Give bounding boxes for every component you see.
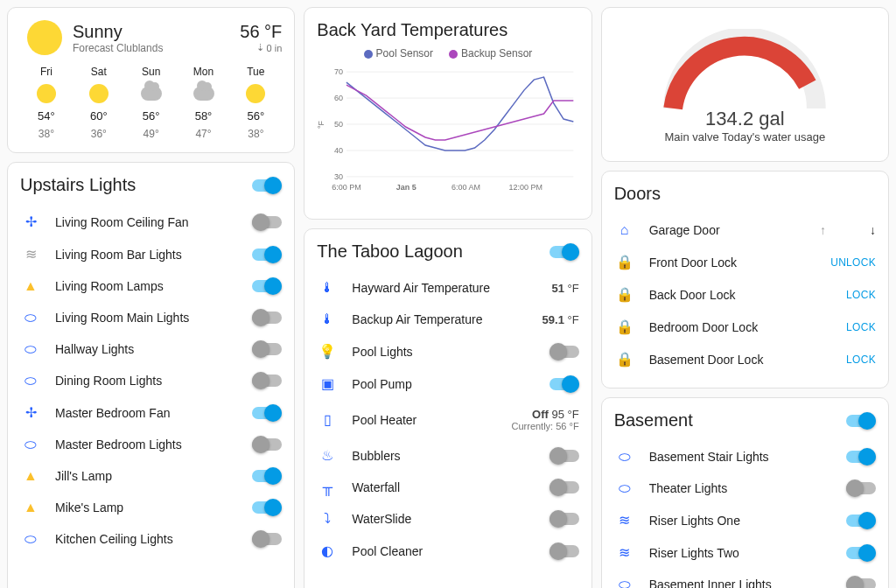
item-label: Mike's Lamp — [55, 500, 252, 514]
garage-icon: ⌂ — [614, 222, 635, 238]
weather-location: Forecast Clublands — [73, 42, 240, 54]
toggle[interactable] — [550, 545, 579, 557]
list-item: ≋ Riser Lights Two — [614, 536, 876, 569]
master-toggle[interactable] — [550, 246, 579, 258]
toggle[interactable] — [252, 280, 282, 292]
list-item: ▲ Living Room Lamps — [20, 270, 282, 302]
item-label: WaterSlide — [352, 512, 549, 526]
list-item: ⌂ Garage Door ↑ ↓ — [614, 214, 876, 246]
lock-icon: 🔒 — [614, 254, 635, 270]
item-label: Living Room Main Lights — [55, 311, 252, 325]
forecast-day: Mon 58° 47° — [193, 66, 214, 140]
light-icon: ⬭ — [20, 373, 41, 388]
toggle[interactable] — [846, 451, 876, 463]
card-title: Doors — [614, 184, 661, 204]
list-item: ⤵ WaterSlide — [317, 503, 578, 535]
light-icon: ⬭ — [20, 341, 41, 357]
item-label: Master Bedroom Lights — [55, 438, 252, 452]
toggle[interactable] — [846, 514, 876, 527]
list-item: ⬭ Basement Inner Lights — [614, 569, 876, 588]
door-action[interactable]: LOCK — [846, 321, 876, 333]
item-value: Off 95 °FCurrently: 56 °F — [512, 408, 579, 431]
light-icon: ⬭ — [20, 531, 41, 547]
toggle[interactable] — [846, 547, 876, 559]
toggle[interactable] — [252, 438, 282, 451]
toggle[interactable] — [846, 482, 876, 494]
door-action[interactable]: LOCK — [846, 354, 876, 366]
item-label: Pool Lights — [352, 345, 549, 359]
lock-icon: 🔒 — [614, 318, 635, 335]
day-high: 54° — [38, 109, 55, 122]
waterfall-icon: ╥ — [317, 480, 338, 495]
item-label: Garage Door — [649, 223, 820, 237]
toggle[interactable] — [252, 470, 282, 482]
precip-icon: ⇣ — [256, 42, 264, 53]
toggle[interactable] — [550, 450, 579, 462]
list-item: ♨ Bubblers — [317, 439, 578, 472]
item-label: Bubblers — [352, 449, 549, 463]
toggle[interactable] — [252, 501, 282, 514]
forecast-row: Fri 54° 38° Sat 60° 36° Sun 56° 49° Mon … — [20, 66, 282, 140]
lamp-icon: ▲ — [20, 278, 41, 294]
item-label: Riser Lights One — [649, 514, 846, 528]
temperature-chart: 3040506070°F6:00 PMJan 56:00 AM12:00 PM — [317, 63, 578, 203]
fan-icon: ✢ — [20, 404, 41, 421]
riser-icon: ≋ — [614, 544, 635, 561]
list-item: 🔒 Bedroom Door Lock LOCK — [614, 311, 876, 343]
day-label: Tue — [247, 66, 264, 78]
svg-text:°F: °F — [317, 120, 326, 129]
item-label: Living Room Bar Lights — [55, 248, 252, 262]
toggle[interactable] — [550, 513, 579, 525]
toggle[interactable] — [252, 312, 282, 324]
item-value: 51 °F — [551, 282, 578, 295]
card-title: The Taboo Lagoon — [317, 242, 462, 262]
weather-condition: Sunny — [73, 22, 240, 42]
toggle[interactable] — [252, 374, 282, 387]
toggle[interactable] — [252, 533, 282, 545]
svg-text:40: 40 — [334, 146, 343, 155]
toggle[interactable] — [846, 578, 876, 588]
day-high: 56° — [248, 109, 265, 122]
door-action[interactable]: UNLOCK — [830, 256, 876, 269]
toggle[interactable] — [252, 407, 282, 419]
sun-icon — [36, 83, 57, 104]
bar-icon: ≋ — [20, 246, 41, 262]
list-item: ⬭ Hallway Lights — [20, 333, 282, 365]
master-toggle[interactable] — [252, 179, 282, 192]
toggle[interactable] — [252, 248, 282, 261]
toggle[interactable] — [252, 343, 282, 355]
card-title: Upstairs Lights — [20, 175, 136, 195]
light-icon: ⬭ — [614, 449, 635, 465]
list-item: ⬭ Master Bedroom Lights — [20, 429, 282, 460]
list-item: ✢ Master Bedroom Fan — [20, 396, 282, 429]
day-label: Sun — [142, 66, 160, 78]
weather-temp: 56 °F — [240, 22, 282, 42]
arrow-up-icon[interactable]: ↑ — [820, 223, 826, 237]
lock-icon: 🔒 — [614, 286, 635, 303]
toggle[interactable] — [550, 378, 579, 390]
upstairs-lights-card: Upstairs Lights ✢ Living Room Ceiling Fa… — [7, 162, 295, 588]
day-label: Fri — [40, 66, 52, 78]
door-action[interactable]: LOCK — [846, 289, 876, 301]
gauge-value: 134.2 gal — [705, 108, 785, 130]
arrow-down-icon[interactable]: ↓ — [870, 223, 876, 237]
item-label: Waterfall — [352, 480, 549, 494]
weather-icon — [27, 20, 62, 55]
svg-text:50: 50 — [334, 120, 343, 129]
toggle[interactable] — [252, 216, 282, 228]
toggle[interactable] — [550, 481, 579, 494]
sun-icon — [88, 83, 109, 104]
forecast-day: Sat 60° 36° — [88, 66, 109, 140]
toggle[interactable] — [550, 346, 579, 358]
day-high: 58° — [195, 109, 213, 122]
item-label: Basement Door Lock — [649, 353, 846, 367]
list-item: ▲ Mike's Lamp — [20, 492, 282, 523]
svg-text:60: 60 — [334, 94, 343, 102]
master-toggle[interactable] — [846, 415, 876, 427]
lamp-icon: ▲ — [20, 500, 41, 515]
day-low: 38° — [38, 128, 54, 140]
heater-icon: ▯ — [317, 411, 338, 428]
pump-icon: ▣ — [317, 375, 338, 392]
svg-text:6:00 PM: 6:00 PM — [332, 183, 361, 192]
chart-title: Back Yard Temperatures — [317, 20, 578, 40]
